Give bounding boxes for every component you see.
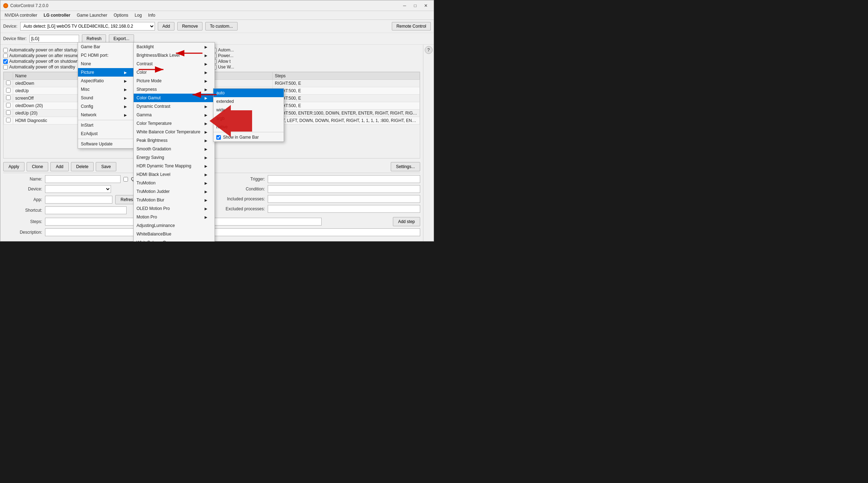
ctx-sound[interactable]: Sound ▶ bbox=[78, 94, 134, 102]
ctx-trumotion-blur[interactable]: TruMotion Blur ▶ bbox=[134, 196, 215, 204]
ctx-colorgamut-arrow: ▶ bbox=[205, 96, 207, 100]
menu-log[interactable]: Log bbox=[132, 12, 145, 19]
name-field[interactable] bbox=[45, 175, 121, 183]
apply-button[interactable]: Apply bbox=[3, 162, 24, 171]
menu-nvidia-controller[interactable]: NVIDIA controller bbox=[2, 12, 40, 19]
ctx-aspectratio[interactable]: AspectRatio ▶ bbox=[78, 77, 134, 85]
ctx-sound-arrow: ▶ bbox=[124, 96, 127, 100]
ctx-picture-mode[interactable]: Picture Mode ▶ bbox=[134, 77, 215, 85]
minimize-button[interactable]: ─ bbox=[400, 2, 410, 10]
menu-options[interactable]: Options bbox=[111, 12, 131, 19]
ctx-color-gamut[interactable]: Color Gamut ▶ bbox=[134, 94, 215, 102]
checkbox-power[interactable]: Power... bbox=[212, 53, 420, 58]
export-button[interactable]: Export... bbox=[109, 34, 134, 43]
add-button[interactable]: Add bbox=[158, 22, 174, 30]
ctx-dynamic-contrast[interactable]: Dynamic Contrast ▶ bbox=[134, 102, 215, 111]
checkbox-allow[interactable]: Allow t bbox=[212, 59, 420, 64]
ctx-wide[interactable]: wide bbox=[213, 106, 284, 114]
trigger-field[interactable] bbox=[268, 175, 420, 183]
ctx-brightness-black[interactable]: Brightness/Black Level ▶ bbox=[134, 51, 215, 60]
menu-info[interactable]: Info bbox=[145, 12, 158, 19]
ctx-config[interactable]: Config ▶ bbox=[78, 102, 134, 111]
ctx-contrast[interactable]: Contrast ▶ bbox=[134, 60, 215, 68]
ctx-picturemode-arrow: ▶ bbox=[205, 79, 207, 83]
ctx-trumotion-arrow: ▶ bbox=[205, 181, 207, 185]
ctx-ezadjust[interactable]: EzAdjust bbox=[78, 129, 134, 138]
device-label: Device: bbox=[3, 24, 17, 29]
ctx-extended[interactable]: extended bbox=[213, 97, 284, 106]
ctx-picture[interactable]: Picture ▶ bbox=[78, 68, 134, 77]
save-button[interactable]: Save bbox=[96, 162, 116, 171]
refresh-button[interactable]: Refresh bbox=[82, 34, 106, 43]
col-steps-header[interactable]: Steps bbox=[272, 72, 419, 80]
ctx-trumotion-judder[interactable]: TruMotion Judder ▶ bbox=[134, 187, 215, 196]
remove-button[interactable]: Remove bbox=[177, 22, 202, 30]
close-button[interactable]: ✕ bbox=[421, 2, 431, 10]
ctx-gamebar[interactable]: Game Bar bbox=[78, 43, 134, 51]
clone-button[interactable]: Clone bbox=[27, 162, 48, 171]
ctx-sharpness[interactable]: Sharpness ▶ bbox=[134, 85, 215, 94]
ctx-auto[interactable]: auto bbox=[213, 89, 284, 97]
ctx-software-update[interactable]: Software Update bbox=[78, 140, 134, 148]
to-custom-button[interactable]: To custom... bbox=[205, 22, 238, 30]
settings-button[interactable]: Settings... bbox=[391, 162, 420, 171]
ctx-smooth-gradation[interactable]: Smooth Gradation ▶ bbox=[134, 145, 215, 153]
filter-input[interactable] bbox=[29, 35, 79, 43]
add-row-button[interactable]: Add bbox=[50, 162, 68, 171]
shortcut-field[interactable] bbox=[45, 206, 127, 214]
ctx-energysaving-arrow: ▶ bbox=[205, 156, 207, 160]
condition-field[interactable] bbox=[268, 185, 420, 193]
maximize-button[interactable]: □ bbox=[410, 2, 420, 10]
ctx-trumotion[interactable]: TruMotion ▶ bbox=[134, 179, 215, 187]
description-field[interactable] bbox=[45, 228, 420, 236]
ctx-brightness-arrow: ▶ bbox=[205, 54, 207, 57]
ctx-color[interactable]: Color ▶ bbox=[134, 68, 215, 77]
ctx-dynamiccontrast-arrow: ▶ bbox=[205, 105, 207, 109]
ctx-white-balance-blue[interactable]: WhiteBalanceBlue bbox=[134, 230, 215, 238]
col-name bbox=[4, 72, 13, 80]
menu-lg-controller[interactable]: LG controller bbox=[41, 12, 73, 19]
ctx-misc[interactable]: Misc ▶ bbox=[78, 85, 134, 94]
app-field[interactable] bbox=[45, 196, 112, 204]
checkbox-usew[interactable]: Use W... bbox=[212, 65, 420, 70]
device-form-select[interactable] bbox=[45, 185, 111, 193]
checkbox-autom[interactable]: Autom... bbox=[212, 48, 420, 52]
ctx-motion-pro[interactable]: Motion Pro ▶ bbox=[134, 213, 215, 221]
ctx-network-arrow: ▶ bbox=[124, 113, 127, 117]
name-label: Name: bbox=[3, 177, 42, 182]
ctx-energy-saving[interactable]: Energy Saving ▶ bbox=[134, 153, 215, 162]
ctx-backlight[interactable]: Backlight ▶ bbox=[134, 43, 215, 51]
shortcut-label: Shortcut: bbox=[3, 208, 42, 213]
ctx-hdmi[interactable]: PC HDMI port: bbox=[78, 51, 134, 60]
ctx-oled-motion-pro[interactable]: OLED Motion Pro ▶ bbox=[134, 204, 215, 213]
ctx-white-balance-green[interactable]: WhiteBalanceGreen bbox=[134, 238, 215, 242]
menu-game-launcher[interactable]: Game Launcher bbox=[74, 12, 110, 19]
ctx-gamma[interactable]: Gamma ▶ bbox=[134, 111, 215, 119]
ctx-color-arrow: ▶ bbox=[205, 71, 207, 74]
ctx-show-in-gamebar[interactable]: Show in Game Bar bbox=[213, 133, 284, 141]
excluded-processes-field[interactable] bbox=[268, 205, 420, 213]
ctx-adjusting-luminance[interactable]: AdjustingLuminance bbox=[134, 221, 215, 230]
ctx-srgb[interactable]: srgb bbox=[213, 114, 284, 123]
ctx-instart[interactable]: InStart bbox=[78, 121, 134, 129]
ctx-hdr-dynamic[interactable]: HDR Dynamic Tone Mapping ▶ bbox=[134, 162, 215, 170]
ctx-aspectratio-arrow: ▶ bbox=[124, 79, 127, 83]
ctx-white-balance-color-temp[interactable]: White Balance Color Temperature ▶ bbox=[134, 128, 215, 136]
device-select[interactable]: Auto detect: [LG] webOS TV OLED48CX8LC, … bbox=[20, 22, 155, 30]
help-button[interactable]: ? bbox=[425, 46, 433, 54]
ctx-sharpness-arrow: ▶ bbox=[205, 88, 207, 91]
ctx-none[interactable]: None bbox=[78, 60, 134, 68]
add-step-button[interactable]: Add step bbox=[393, 217, 420, 226]
ctx-network[interactable]: Network ▶ bbox=[78, 111, 134, 119]
ctx-hdmi-black-level[interactable]: HDMI Black Level ▶ bbox=[134, 170, 215, 179]
device-form-label: Device: bbox=[3, 187, 42, 191]
ctx-peakbrightness-arrow: ▶ bbox=[205, 139, 207, 143]
ctx-color-temp[interactable]: Color Temperature ▶ bbox=[134, 119, 215, 128]
ctx-native[interactable]: native bbox=[213, 123, 284, 131]
quick-access-checkbox[interactable] bbox=[123, 177, 128, 182]
ctx-peak-brightness[interactable]: Peak Brightness ▶ bbox=[134, 136, 215, 145]
included-processes-field[interactable] bbox=[268, 195, 420, 203]
ctx-wbcolortemp-arrow: ▶ bbox=[205, 130, 207, 134]
delete-button[interactable]: Delete bbox=[71, 162, 94, 171]
remote-control-button[interactable]: Remote Control bbox=[392, 22, 431, 30]
